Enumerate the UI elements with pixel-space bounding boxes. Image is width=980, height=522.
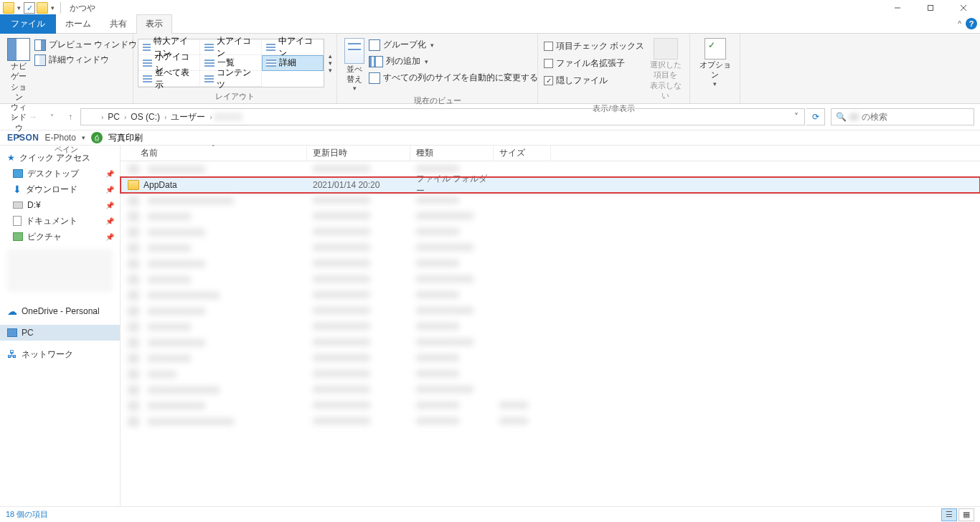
- qat-properties-icon[interactable]: ✓: [24, 2, 35, 14]
- options-icon: [705, 38, 726, 60]
- chevron-right-icon[interactable]: ›: [100, 113, 105, 121]
- tree-documents[interactable]: ドキュメント📌: [0, 213, 120, 229]
- file-extensions-toggle[interactable]: ファイル名拡張子: [542, 57, 646, 70]
- layout-medium[interactable]: 中アイコン: [262, 39, 324, 55]
- list-item[interactable]: [121, 335, 980, 351]
- epson-app: E-Photo: [45, 133, 76, 143]
- drive-icon: [13, 201, 23, 209]
- layout-tiles[interactable]: 並べて表示: [138, 71, 200, 87]
- chevron-down-icon[interactable]: ▾: [82, 134, 85, 141]
- list-item[interactable]: [121, 240, 980, 256]
- tree-d-drive[interactable]: D:¥📌: [0, 197, 120, 213]
- list-item[interactable]: [121, 303, 980, 319]
- photo-print-button[interactable]: 写真印刷: [108, 132, 143, 144]
- list-item[interactable]: [121, 398, 980, 414]
- back-button[interactable]: ←: [6, 108, 23, 125]
- gallery-more-icon[interactable]: ▾: [327, 67, 334, 74]
- crumb-users[interactable]: ユーザー: [168, 111, 208, 123]
- layout-large[interactable]: 大アイコン: [200, 39, 262, 55]
- tab-home[interactable]: ホーム: [56, 14, 100, 34]
- tree-pc[interactable]: PC: [0, 325, 120, 341]
- group-by-button[interactable]: グループ化▾: [367, 38, 540, 52]
- add-columns-button[interactable]: 列の追加▾: [367, 54, 540, 68]
- crumb-drive[interactable]: OS (C:): [128, 112, 163, 122]
- gallery-up-icon[interactable]: ▴: [327, 52, 334, 60]
- tree-onedrive[interactable]: ☁OneDrive - Personal: [0, 303, 120, 319]
- tab-view[interactable]: 表示: [136, 14, 172, 34]
- qat-newfolder-icon[interactable]: [37, 2, 48, 14]
- nav-pane-icon: [7, 38, 30, 61]
- layout-details[interactable]: 詳細: [262, 55, 324, 71]
- layout-content[interactable]: コンテンツ: [200, 71, 262, 87]
- ribbon-tabs: ファイル ホーム 共有 表示 ^ ?: [0, 16, 980, 34]
- list-item[interactable]: [121, 351, 980, 366]
- qat-customize-icon[interactable]: ▾: [50, 4, 56, 11]
- tab-share[interactable]: 共有: [100, 14, 136, 34]
- group-label-layout: レイアウト: [138, 90, 332, 102]
- tree-network[interactable]: 🖧ネットワーク: [0, 346, 120, 362]
- breadcrumb[interactable]: › PC › OS (C:) › ユーザー › ˅: [80, 108, 805, 125]
- nav-pane-button[interactable]: ナビゲーション ウィンドウ ▾: [4, 37, 33, 143]
- col-date[interactable]: 更新日時: [307, 146, 410, 161]
- epson-brand: EPSON: [7, 133, 39, 143]
- crumb-pc[interactable]: PC: [105, 112, 123, 122]
- item-checkboxes-toggle[interactable]: 項目チェック ボックス: [542, 39, 646, 53]
- checkbox-icon: [544, 59, 553, 68]
- list-item[interactable]: [121, 224, 980, 240]
- minimize-button[interactable]: [881, 0, 914, 16]
- autosize-columns-button[interactable]: すべての列のサイズを自動的に変更する: [367, 71, 540, 85]
- list-item[interactable]: [121, 382, 980, 398]
- list-item[interactable]: [121, 319, 980, 335]
- refresh-button[interactable]: ⟳: [806, 108, 825, 125]
- tree-desktop[interactable]: デスクトップ📌: [0, 166, 120, 181]
- add-columns-icon: [369, 56, 383, 67]
- epson-toolbar: EPSON E-Photo ▾ ⎙ 写真印刷: [0, 130, 980, 146]
- col-name[interactable]: ˄名前: [121, 146, 307, 161]
- view-details-button[interactable]: ☰: [941, 508, 957, 521]
- qat-dropdown-icon[interactable]: ▾: [16, 4, 22, 11]
- options-button[interactable]: オプション ▾: [694, 37, 735, 90]
- col-type[interactable]: 種類: [410, 146, 494, 161]
- search-box[interactable]: 🔍: [831, 108, 974, 125]
- list-item[interactable]: [121, 209, 980, 224]
- view-large-icons-button[interactable]: ▦: [958, 508, 974, 521]
- help-icon[interactable]: ?: [966, 18, 977, 29]
- chevron-right-icon[interactable]: ›: [208, 113, 213, 121]
- list-item[interactable]: [121, 161, 980, 177]
- pin-icon: 📌: [105, 233, 114, 241]
- up-button[interactable]: ↑: [62, 108, 79, 125]
- tree-pictures[interactable]: ピクチャ📌: [0, 229, 120, 245]
- gallery-down-icon[interactable]: ▾: [327, 60, 334, 67]
- chevron-right-icon[interactable]: ›: [123, 113, 128, 121]
- sort-button[interactable]: 並べ替え ▾: [341, 37, 367, 94]
- tab-file[interactable]: ファイル: [0, 14, 56, 34]
- search-input[interactable]: [862, 112, 969, 122]
- qat-separator: [60, 2, 61, 14]
- maximize-button[interactable]: [914, 0, 947, 16]
- pin-icon: 📌: [105, 186, 114, 194]
- col-size[interactable]: サイズ: [494, 146, 551, 161]
- list-item[interactable]: [121, 193, 980, 209]
- chevron-right-icon[interactable]: ›: [163, 113, 168, 121]
- print-icon[interactable]: ⎙: [91, 132, 103, 143]
- sort-indicator-icon: ˄: [212, 144, 215, 151]
- pc-icon: [7, 328, 17, 337]
- details-pane-button[interactable]: 詳細ウィンドウ: [33, 53, 138, 67]
- tree-quick-access[interactable]: ★クイック アクセス: [0, 150, 120, 166]
- close-button[interactable]: [947, 0, 980, 16]
- layout-gallery[interactable]: 特大アイコン 大アイコン 中アイコン 小アイコン 一覧 詳細 並べて表示 コンテ…: [138, 39, 324, 87]
- list-item[interactable]: [121, 288, 980, 303]
- recent-locations-button[interactable]: ˅: [43, 108, 60, 125]
- list-item[interactable]: [121, 256, 980, 272]
- address-dropdown-icon[interactable]: ˅: [790, 112, 803, 122]
- list-item[interactable]: [121, 272, 980, 288]
- crumb-user-redacted[interactable]: [214, 113, 242, 121]
- hidden-files-toggle[interactable]: ✓隠しファイル: [542, 74, 646, 87]
- list-item[interactable]: [121, 366, 980, 382]
- ribbon-collapse-icon[interactable]: ^: [958, 20, 961, 28]
- hide-selected-icon: [654, 38, 678, 60]
- tree-downloads[interactable]: ⬇ダウンロード📌: [0, 181, 120, 197]
- list-item-appdata[interactable]: AppData 2021/01/14 20:20 ファイル フォルダー: [121, 177, 980, 193]
- preview-pane-button[interactable]: プレビュー ウィンドウ: [33, 38, 138, 52]
- list-item[interactable]: [121, 414, 980, 430]
